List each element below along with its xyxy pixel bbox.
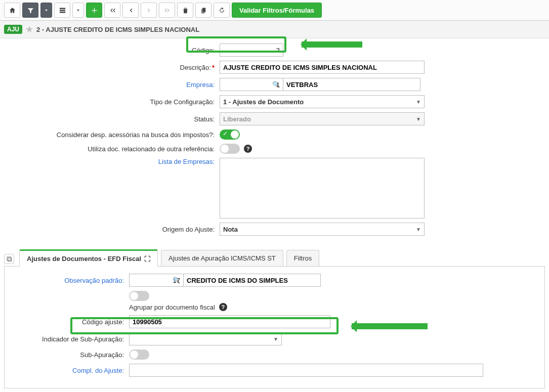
- plus-icon: [91, 7, 98, 14]
- empresa-label[interactable]: Empresa:: [7, 81, 220, 89]
- prev-button[interactable]: [122, 3, 139, 18]
- page-title: 2 - AJUSTE CREDITO DE ICMS SIMPLES NACIO…: [36, 26, 199, 33]
- validate-filters-button[interactable]: Validar Filtros/Fórmulas: [232, 3, 322, 18]
- caret-down-icon: [44, 8, 49, 13]
- status-select: Liberado▼: [220, 112, 425, 125]
- first-button[interactable]: [104, 3, 120, 18]
- arrow-codigo: [302, 41, 362, 48]
- observacao-desc-display: [183, 274, 321, 287]
- favorite-star-icon[interactable]: ★: [25, 24, 33, 35]
- descricao-label: Descrição:*: [7, 64, 220, 71]
- status-label: Status:: [7, 115, 220, 123]
- indicador-sub-select[interactable]: ▼: [129, 332, 282, 345]
- tab-filtros[interactable]: Filtros: [286, 250, 319, 266]
- refresh-icon: [218, 7, 226, 14]
- tab-ajustes-documentos[interactable]: Ajustes de Documentos - EFD Fiscal⛶: [19, 249, 158, 267]
- add-button[interactable]: [86, 3, 102, 18]
- observacao-label[interactable]: Observação padrão:: [10, 277, 129, 284]
- codigo-label: Código:: [7, 47, 220, 54]
- tipo-config-label: Tipo de Configuração:: [7, 98, 220, 106]
- filter-button[interactable]: [22, 3, 38, 18]
- agrupar-label: Agrupar por documento fiscal: [129, 303, 215, 311]
- delete-button[interactable]: [177, 3, 193, 18]
- filter-dropdown-button[interactable]: [40, 3, 52, 18]
- chevron-right-icon: [145, 7, 153, 14]
- trash-icon: [182, 7, 189, 14]
- grid-button[interactable]: [54, 3, 70, 18]
- double-chevron-left-icon: [109, 7, 116, 14]
- empresa-name-display: [283, 78, 420, 91]
- caret-down-icon: ▼: [416, 99, 421, 105]
- filter-icon: [27, 7, 34, 14]
- double-chevron-right-icon: [163, 7, 171, 14]
- next-button[interactable]: [141, 3, 157, 18]
- grid-dropdown-button[interactable]: [72, 3, 84, 18]
- table-icon: [59, 7, 66, 14]
- home-icon: [9, 7, 16, 14]
- copy-tabs-icon[interactable]: ⧉: [4, 254, 14, 264]
- origem-ajuste-label: Origem do Ajuste:: [7, 226, 220, 233]
- doc-relacionado-label: Utiliza doc. relacionado de outra referê…: [7, 145, 220, 153]
- copy-icon: [200, 7, 207, 14]
- observacao-code-input[interactable]: [129, 274, 184, 287]
- caret-down-icon: ▼: [416, 116, 421, 122]
- indicador-sub-label: Indicador de Sub-Apuração:: [10, 335, 129, 343]
- home-button[interactable]: [4, 3, 20, 18]
- doc-relacionado-toggle[interactable]: [220, 144, 240, 154]
- help-icon[interactable]: ?: [244, 145, 252, 153]
- tipo-config-select[interactable]: 1 - Ajustes de Documento▼: [220, 95, 425, 108]
- sub-apuracao-toggle[interactable]: [129, 350, 149, 360]
- codigo-input[interactable]: [220, 43, 283, 57]
- reload-button[interactable]: [214, 3, 230, 18]
- descricao-input[interactable]: [220, 61, 425, 74]
- record-type-badge: AJU: [4, 25, 22, 34]
- sub-apuracao-label: Sub-Apuração:: [10, 351, 129, 359]
- lista-empresas-label[interactable]: Lista de Empresas:: [7, 158, 220, 165]
- chevron-left-icon: [127, 7, 135, 14]
- copy-button[interactable]: [195, 3, 212, 18]
- expand-icon[interactable]: ⛶: [144, 255, 150, 263]
- caret-down-icon: ▼: [416, 227, 421, 232]
- compl-ajuste-input[interactable]: [129, 364, 483, 377]
- desp-acessorias-toggle[interactable]: [220, 129, 240, 140]
- caret-down-icon: ▼: [273, 336, 278, 342]
- desp-acessorias-label: Considerar desp. acessórias na busca dos…: [7, 131, 220, 139]
- arrow-codigo-ajuste: [352, 323, 428, 329]
- codigo-ajuste-label: Código ajuste:: [10, 318, 129, 326]
- codigo-ajuste-input[interactable]: [129, 315, 330, 328]
- agrupar-toggle[interactable]: [129, 291, 149, 301]
- empresa-code-input[interactable]: [220, 78, 283, 91]
- lista-empresas-textarea[interactable]: [220, 158, 425, 219]
- caret-down-icon: [76, 8, 80, 13]
- compl-ajuste-label[interactable]: Compl. do Ajuste:: [10, 367, 129, 374]
- help-icon[interactable]: ?: [219, 303, 227, 311]
- last-button[interactable]: [159, 3, 175, 18]
- tab-ajustes-apuracao[interactable]: Ajustes de Apuração ICMS/ICMS ST: [161, 250, 283, 266]
- origem-ajuste-select[interactable]: Nota▼: [220, 223, 425, 236]
